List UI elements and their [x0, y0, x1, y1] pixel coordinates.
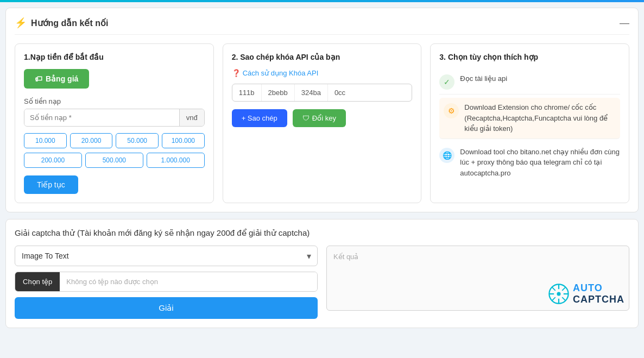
- api-actions: + Sao chép 🛡 Đổi key: [232, 109, 413, 127]
- doi-key-button[interactable]: 🛡 Đổi key: [293, 109, 346, 127]
- amount-btn-1m[interactable]: 1.000.000: [147, 153, 205, 168]
- option-text-3: Download tool cho bitano.net chạy nhiều …: [460, 147, 620, 179]
- svg-point-1: [557, 292, 560, 296]
- autocaptcha-logo: AUTO CAPTCHA: [547, 282, 624, 306]
- result-box: Kết quả: [326, 246, 629, 311]
- option-item-2: ⚙ Download Extension cho chrome/ cốc cốc…: [439, 98, 620, 139]
- card1-title: 1.Nạp tiền để bắt đầu: [24, 53, 205, 61]
- card2-title: 2. Sao chép khóa API của bạn: [232, 53, 413, 61]
- svg-line-8: [562, 287, 565, 291]
- key-part-2: 2bebb: [262, 84, 295, 101]
- api-help-text: Cách sử dụng Khóa API: [243, 69, 319, 77]
- amount-btn-100k[interactable]: 100.000: [162, 133, 205, 148]
- guide-card-3: 3. Chọn tùy chọn thích hợp ✓ Đọc tài liệ…: [430, 43, 629, 203]
- amount-btn-10k[interactable]: 10.000: [24, 133, 67, 148]
- logo-captcha-text: CAPTCHA: [573, 294, 624, 305]
- bang-gia-button[interactable]: 🏷 Bảng giá: [24, 69, 89, 89]
- guide-card-2: 2. Sao chép khóa API của bạn ❓ Cách sử d…: [223, 43, 422, 203]
- trial-left: Image To Text ▾ Chọn tệp Không có tệp nà…: [15, 246, 318, 319]
- option-text-2: Download Extension cho chrome/ cốc cốc (…: [464, 102, 616, 134]
- amount-grid-1: 10.000 20.000 50.000 100.000: [24, 133, 205, 148]
- guide-title-text: Hướng dẫn kết nối: [31, 18, 108, 28]
- minimize-button[interactable]: —: [620, 18, 629, 28]
- api-key-display: 111b 2bebb 324ba 0cc: [232, 84, 413, 102]
- solve-button[interactable]: Giải: [15, 297, 318, 319]
- amount-btn-500k[interactable]: 500.000: [85, 153, 143, 168]
- captcha-type-wrapper: Image To Text ▾: [15, 246, 318, 266]
- key-part-1: 111b: [232, 84, 262, 101]
- file-name-display: Không có tệp nào được chọn: [60, 272, 317, 291]
- guide-section: ⚡ Hướng dẫn kết nối — 1.Nạp tiền để bắt …: [5, 8, 639, 212]
- trial-header: Giải captcha thử (Tài khoản mới đăng ký …: [15, 228, 629, 238]
- trial-section: Giải captcha thử (Tài khoản mới đăng ký …: [5, 219, 639, 328]
- so-tien-input[interactable]: [24, 109, 179, 126]
- bang-gia-label: Bảng giá: [46, 74, 78, 83]
- guide-title: ⚡ Hướng dẫn kết nối: [15, 17, 108, 29]
- option-icon-2: ⚙: [444, 103, 459, 118]
- doi-key-label: Đổi key: [312, 114, 336, 122]
- card3-title: 3. Chọn tùy chọn thích hợp: [439, 53, 620, 61]
- logo-svg-icon: [547, 282, 571, 306]
- tiep-tuc-button[interactable]: Tiếp tục: [24, 175, 78, 194]
- file-input-row: Chọn tệp Không có tệp nào được chọn: [15, 272, 318, 292]
- guide-title-icon: ⚡: [15, 17, 27, 29]
- svg-line-7: [562, 297, 565, 300]
- guide-card-1: 1.Nạp tiền để bắt đầu 🏷 Bảng giá Số tiền…: [15, 43, 214, 203]
- option-item-3: 🌐 Download tool cho bitano.net chạy nhiề…: [439, 142, 620, 183]
- amount-btn-50k[interactable]: 50.000: [116, 133, 159, 148]
- so-tien-input-row: vnđ: [24, 109, 205, 127]
- option-icon-1: ✓: [439, 74, 454, 90]
- key-part-3: 324ba: [295, 84, 328, 101]
- input-unit: vnđ: [179, 109, 204, 126]
- shield-icon: 🛡: [302, 114, 310, 122]
- api-help-link[interactable]: ❓ Cách sử dụng Khóa API: [232, 69, 413, 77]
- amount-btn-200k[interactable]: 200.000: [24, 153, 82, 168]
- tag-icon: 🏷: [35, 74, 42, 83]
- logo-text-block: AUTO CAPTCHA: [573, 282, 624, 305]
- guide-cards: 1.Nạp tiền để bắt đầu 🏷 Bảng giá Số tiền…: [15, 43, 629, 203]
- option-text-1: Đọc tài liệu api: [460, 73, 507, 84]
- so-tien-label: Số tiền nạp: [24, 97, 205, 105]
- question-icon: ❓: [232, 69, 241, 77]
- trial-body: Image To Text ▾ Chọn tệp Không có tệp nà…: [15, 246, 629, 319]
- option-icon-3: 🌐: [439, 148, 454, 163]
- page-wrapper: ⚡ Hướng dẫn kết nối — 1.Nạp tiền để bắt …: [0, 2, 644, 334]
- guide-header: ⚡ Hướng dẫn kết nối —: [15, 17, 629, 35]
- key-part-4: 0cc: [328, 84, 352, 101]
- option-item-1: ✓ Đọc tài liệu api: [439, 69, 620, 95]
- result-placeholder: Kết quả: [333, 253, 358, 261]
- amount-btn-20k[interactable]: 20.000: [70, 133, 113, 148]
- sao-chep-button[interactable]: + Sao chép: [232, 109, 287, 127]
- svg-line-9: [552, 297, 555, 300]
- choose-file-button[interactable]: Chọn tệp: [15, 272, 60, 291]
- trial-right: Kết quả: [326, 246, 629, 319]
- captcha-type-select[interactable]: Image To Text: [15, 246, 318, 266]
- svg-line-6: [552, 287, 555, 291]
- logo-auto-text: AUTO: [573, 282, 624, 294]
- amount-grid-2: 200.000 500.000 1.000.000: [24, 153, 205, 168]
